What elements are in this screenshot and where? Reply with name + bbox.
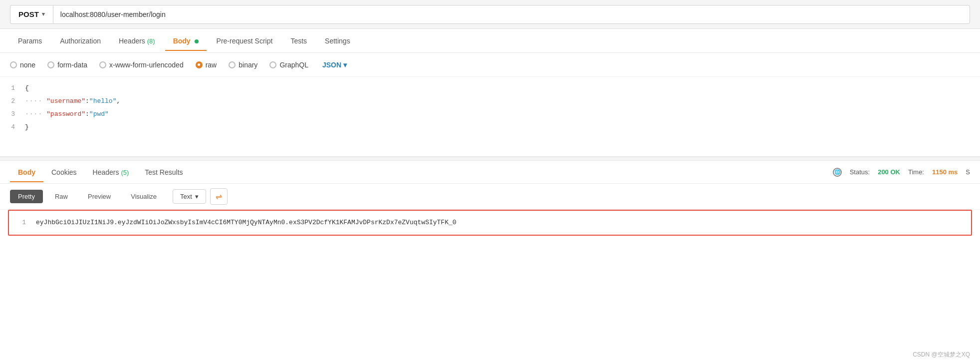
raw-button[interactable]: Raw — [47, 190, 76, 203]
tab-headers[interactable]: Headers (8) — [111, 31, 163, 51]
code-content-2: ···· "username":"hello", — [25, 96, 980, 107]
response-content: 1 eyJhbGciOiJIUzI1NiJ9.eyJzdWIiOiJoZWxsb… — [8, 210, 972, 236]
section-divider — [0, 157, 980, 161]
globe-icon: 🌐 — [833, 168, 842, 177]
radio-none — [10, 61, 17, 68]
code-line-1: 1 { — [0, 82, 980, 95]
line-number-3: 3 — [0, 109, 25, 120]
watermark: CSDN @空城梦之XQ — [913, 351, 970, 359]
tab-authorization[interactable]: Authorization — [52, 31, 109, 51]
tab-tests[interactable]: Tests — [282, 31, 315, 51]
radio-graphql — [269, 61, 276, 68]
method-selector[interactable]: POST ▾ — [10, 5, 53, 24]
size-label: S — [966, 168, 970, 176]
text-chevron-icon: ▾ — [195, 193, 199, 200]
code-content-4: } — [25, 122, 980, 133]
option-form-data[interactable]: form-data — [47, 61, 87, 69]
pretty-button[interactable]: Pretty — [10, 190, 43, 203]
tab-settings[interactable]: Settings — [317, 31, 358, 51]
response-meta: 🌐 Status: 200 OK Time: 1150 ms S — [833, 168, 970, 177]
response-tab-headers[interactable]: Headers (5) — [85, 162, 137, 182]
headers-badge: (8) — [147, 37, 155, 45]
code-line-3: 3 ···· "password":"pwd" — [0, 108, 980, 121]
response-line-number: 1 — [11, 217, 36, 229]
visualize-button[interactable]: Visualize — [123, 190, 165, 203]
url-bar: POST ▾ — [0, 0, 980, 29]
time-value: 1150 ms — [932, 168, 958, 176]
json-selector[interactable]: JSON ▾ — [322, 61, 347, 69]
radio-form-data — [47, 61, 54, 68]
request-tabs-row: Params Authorization Headers (8) Body Pr… — [0, 29, 980, 53]
line-number-4: 4 — [0, 122, 25, 133]
line-number-2: 2 — [0, 96, 25, 107]
code-content-3: ···· "password":"pwd" — [25, 109, 980, 120]
json-chevron-icon: ▾ — [343, 61, 347, 69]
method-chevron: ▾ — [42, 11, 45, 17]
option-url-encoded[interactable]: x-www-form-urlencoded — [99, 61, 184, 69]
view-options-row: Pretty Raw Preview Visualize Text ▾ ⇌ — [0, 184, 980, 210]
code-line-2: 2 ···· "username":"hello", — [0, 95, 980, 108]
code-line-4: 4 } — [0, 121, 980, 134]
line-number-1: 1 — [0, 83, 25, 94]
option-none[interactable]: none — [10, 61, 35, 69]
body-active-dot — [195, 39, 199, 43]
body-type-row: none form-data x-www-form-urlencoded raw… — [0, 53, 980, 77]
code-content-1: { — [25, 83, 980, 94]
response-tab-cookies[interactable]: Cookies — [43, 162, 85, 182]
radio-url-encoded — [99, 61, 106, 68]
tab-body[interactable]: Body — [165, 31, 207, 51]
url-input[interactable] — [53, 5, 970, 24]
code-editor[interactable]: 1 { 2 ···· "username":"hello", 3 ···· "p… — [0, 77, 980, 157]
response-tabs-row: Body Cookies Headers (5) Test Results 🌐 … — [0, 161, 980, 184]
wrap-icon: ⇌ — [216, 192, 222, 201]
response-tab-body[interactable]: Body — [10, 162, 43, 182]
method-label: POST — [18, 10, 39, 18]
text-dropdown[interactable]: Text ▾ — [173, 189, 206, 204]
wrap-button[interactable]: ⇌ — [210, 188, 228, 205]
response-tab-test-results[interactable]: Test Results — [137, 162, 191, 182]
time-label: Time: — [908, 168, 924, 176]
response-token: eyJhbGciOiJIUzI1NiJ9.eyJzdWIiOiJoZWxsbyI… — [36, 217, 457, 229]
radio-raw — [196, 61, 203, 68]
status-label: Status: — [850, 168, 870, 176]
response-headers-badge: (5) — [121, 169, 129, 176]
tab-params[interactable]: Params — [10, 31, 50, 51]
status-value: 200 OK — [878, 168, 900, 176]
option-graphql[interactable]: GraphQL — [269, 61, 308, 69]
option-binary[interactable]: binary — [229, 61, 257, 69]
response-line-1: 1 eyJhbGciOiJIUzI1NiJ9.eyJzdWIiOiJoZWxsb… — [9, 217, 971, 229]
preview-button[interactable]: Preview — [80, 190, 119, 203]
text-label: Text — [180, 193, 192, 200]
tab-pre-request[interactable]: Pre-request Script — [209, 31, 281, 51]
option-raw[interactable]: raw — [196, 61, 217, 69]
radio-binary — [229, 61, 236, 68]
